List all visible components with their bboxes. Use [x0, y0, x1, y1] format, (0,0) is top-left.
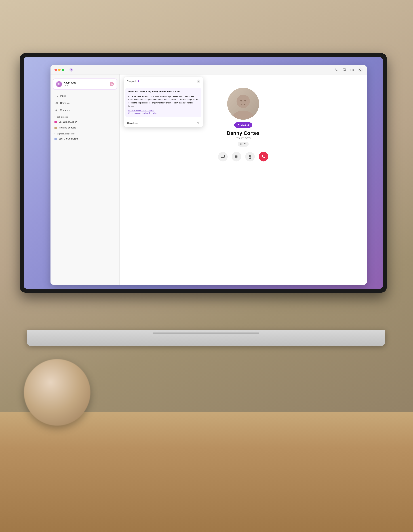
minimize-button[interactable]	[58, 69, 61, 71]
mute-button[interactable]	[245, 152, 255, 162]
svg-point-16	[237, 155, 238, 156]
svg-point-18	[236, 156, 237, 157]
svg-point-22	[237, 157, 238, 158]
phone-icon[interactable]	[335, 68, 339, 72]
app-window: KK Kevin Kare 06:01	[50, 65, 367, 285]
screen-share-button[interactable]	[218, 152, 228, 162]
sidebar: KK Kevin Kare 06:01	[50, 75, 119, 285]
agent-name: Danny Cortes	[227, 130, 259, 136]
call-centers-label: Call Centers	[57, 116, 68, 118]
channels-icon	[55, 109, 58, 112]
svg-point-12	[244, 100, 246, 102]
ai-question: When will I receive my money after I sub…	[128, 90, 199, 93]
ai-input-field[interactable]	[127, 122, 195, 124]
caller-time: 06:01	[64, 85, 108, 87]
ai-badge-icon	[238, 124, 239, 126]
ai-sparkle-icon	[137, 80, 140, 83]
sidebar-item-contacts[interactable]: Contacts	[50, 99, 119, 107]
chat-icon[interactable]	[343, 68, 346, 72]
svg-point-0	[72, 70, 73, 71]
search-icon[interactable]	[358, 67, 363, 72]
svg-rect-3	[55, 102, 57, 104]
sidebar-item-mainline-support[interactable]: Mainline Support	[50, 125, 119, 131]
ai-send-button[interactable]	[196, 121, 200, 125]
your-conversations-dot	[55, 138, 57, 140]
call-controls	[218, 152, 268, 162]
dialpad-title-text: Dialpad	[127, 80, 136, 83]
ai-link-disability[interactable]: More resources on disability claims	[128, 112, 199, 114]
caller-avatar: KK	[56, 81, 62, 87]
agent-avatar-placeholder	[231, 92, 255, 120]
svg-point-19	[237, 156, 238, 157]
ai-popup-body: When will I receive my money after I sub…	[125, 88, 202, 117]
svg-point-20	[235, 157, 236, 158]
inbox-label: Inbox	[60, 95, 66, 97]
sidebar-item-escalated-support[interactable]: Escalated Support	[50, 119, 119, 125]
ai-link-auto[interactable]: More resources on auto claims	[128, 109, 199, 112]
channels-label: Channels	[60, 109, 70, 112]
contacts-icon	[55, 101, 58, 105]
ai-links: More resources on auto claims More resou…	[128, 109, 199, 114]
digital-engagement-section-header[interactable]: ▾ Digital Engagement	[50, 131, 119, 136]
ai-popup: Dialpad ×	[124, 77, 203, 127]
laptop-screen: KK Kevin Kare 06:01	[24, 57, 383, 289]
title-bar-icons	[335, 67, 363, 72]
svg-point-23	[236, 158, 237, 158]
chevron-down-icon-2: ▾	[55, 133, 55, 135]
ai-input-area	[124, 119, 203, 127]
svg-point-17	[235, 156, 236, 157]
sidebar-item-inbox[interactable]: Inbox	[50, 92, 119, 99]
svg-point-9	[237, 95, 250, 108]
laptop-keyboard-base	[27, 330, 385, 346]
laptop-container: KK Kevin Kare 06:01	[20, 53, 413, 479]
svg-point-21	[236, 157, 237, 158]
ai-enabled-badge: Enabled	[234, 122, 252, 128]
ai-badge-label: Enabled	[241, 124, 249, 126]
maximize-button[interactable]	[62, 69, 64, 71]
agent-phone: 555-567-5309	[236, 137, 251, 140]
mainline-support-label: Mainline Support	[59, 126, 76, 129]
video-icon[interactable]	[350, 68, 354, 72]
digital-engagement-label: Digital Engagement	[57, 133, 75, 135]
dialpad-button[interactable]	[232, 152, 241, 162]
end-call-button[interactable]	[259, 152, 268, 162]
svg-rect-1	[351, 69, 353, 71]
main-content: KK Kevin Kare 06:01	[50, 75, 367, 285]
close-button[interactable]	[55, 69, 57, 71]
ai-popup-header: Dialpad ×	[124, 77, 203, 86]
laptop-trackpad	[153, 332, 259, 333]
ai-answer: Once we've received a claim, it will usu…	[128, 95, 199, 108]
dialpad-logo	[68, 67, 74, 73]
active-call-item[interactable]: KK Kevin Kare 06:01	[53, 78, 117, 90]
inbox-icon	[55, 94, 58, 98]
traffic-lights	[55, 69, 64, 71]
call-centers-section-header[interactable]: ▾ Call Centers	[50, 114, 119, 119]
svg-point-4	[56, 102, 57, 103]
mainline-support-dot	[55, 127, 57, 129]
escalated-support-dot	[55, 121, 57, 123]
call-timer: 01:28	[238, 142, 249, 147]
svg-point-10	[233, 111, 254, 119]
call-status-badge	[110, 82, 114, 86]
svg-point-15	[236, 155, 237, 156]
svg-point-14	[235, 155, 236, 156]
title-bar	[50, 65, 367, 75]
chevron-down-icon: ▾	[55, 116, 55, 118]
sidebar-item-channels[interactable]: Channels	[50, 107, 119, 114]
escalated-support-label: Escalated Support	[59, 121, 77, 123]
sidebar-item-your-conversations[interactable]: Your Conversations	[50, 136, 119, 142]
svg-line-8	[56, 109, 57, 112]
ai-popup-title: Dialpad	[127, 80, 140, 83]
laptop-body: KK Kevin Kare 06:01	[20, 53, 405, 346]
svg-point-11	[240, 100, 242, 102]
svg-line-7	[56, 109, 56, 112]
ai-close-button[interactable]: ×	[197, 80, 200, 83]
right-panel: Dialpad ×	[119, 75, 367, 285]
laptop-bezel: KK Kevin Kare 06:01	[20, 53, 387, 293]
agent-avatar	[227, 88, 259, 120]
your-conversations-label: Your Conversations	[59, 138, 78, 140]
caller-info: Kevin Kare 06:01	[64, 81, 108, 87]
caller-name: Kevin Kare	[64, 81, 108, 84]
contacts-label: Contacts	[60, 102, 70, 104]
